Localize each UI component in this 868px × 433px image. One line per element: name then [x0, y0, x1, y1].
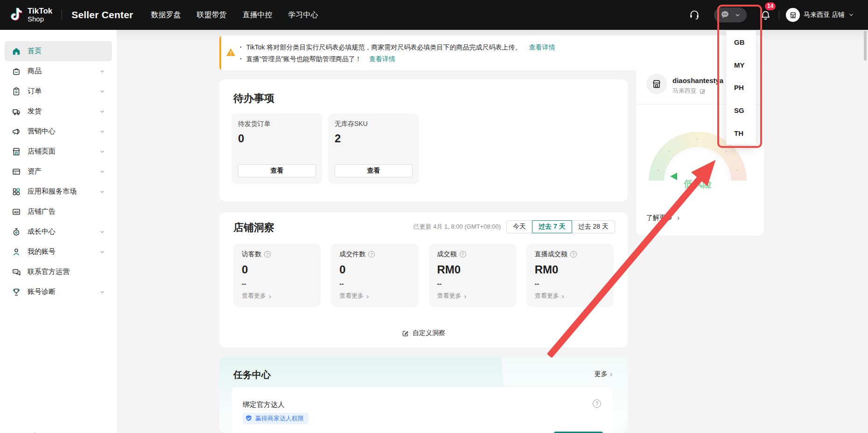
- sidebar-item-account-diagnosis[interactable]: 账号诊断: [5, 282, 112, 302]
- gauge-needle: [670, 173, 677, 180]
- shop-switcher[interactable]: 马来西亚 店铺: [786, 8, 854, 22]
- chevron-down-icon: [99, 108, 105, 115]
- question-icon[interactable]: [570, 251, 577, 258]
- sidebar-item-marketing[interactable]: 营销中心: [5, 121, 112, 141]
- view-button[interactable]: 查看: [335, 164, 413, 177]
- question-icon[interactable]: [368, 251, 375, 258]
- chevron-down-icon: [99, 229, 105, 235]
- sidebar-item-growth-center[interactable]: 成长中心: [5, 222, 112, 242]
- growth-medal-icon: [12, 227, 21, 237]
- language-option-gb[interactable]: GB: [726, 31, 756, 54]
- chevron-down-icon: [99, 189, 105, 195]
- notifications-button[interactable]: 14: [760, 9, 771, 21]
- chevron-down-icon: [99, 168, 105, 175]
- sidebar-item-shipping[interactable]: 发货: [5, 101, 112, 121]
- storefront-icon: [12, 147, 21, 156]
- wallet-card-icon: [12, 167, 21, 176]
- range-past-28-days[interactable]: 过去 28 天: [572, 220, 615, 233]
- top-nav: TikTok Shop Seller Center 数据罗盘 联盟带货 直播中控…: [0, 0, 868, 30]
- tiktok-shop-logo[interactable]: TikTok Shop: [10, 7, 52, 23]
- view-more-link[interactable]: 查看更多: [339, 292, 410, 300]
- range-today[interactable]: 今天: [506, 220, 532, 233]
- chevron-down-icon: [735, 12, 741, 18]
- task-benefit-tag[interactable]: 赢得商家达人权限: [243, 413, 308, 424]
- scrollbar[interactable]: [864, 31, 867, 61]
- shop-label: 马来西亚 店铺: [804, 11, 845, 19]
- sidebar-item-help-center[interactable]: ? 帮助中心: [9, 426, 107, 433]
- view-button[interactable]: 查看: [238, 164, 316, 177]
- chevron-down-icon: [99, 68, 105, 75]
- todo-tile-out-of-stock: 无库存SKU 2 查看: [328, 113, 419, 184]
- home-icon: [12, 47, 21, 56]
- insights-title: 店铺洞察: [233, 221, 274, 235]
- sidebar-item-shop-pages[interactable]: 店铺页面: [5, 141, 112, 161]
- sidebar-item-app-marketplace[interactable]: 应用和服务市场: [5, 182, 112, 202]
- tiktok-note-icon: [10, 7, 23, 23]
- banner-line-2: 直播“管理员”账号也能帮助管理商品了！ 查看详情: [240, 54, 555, 63]
- chevron-down-icon: [99, 249, 105, 255]
- chat-bubble-icon: [721, 10, 731, 20]
- sidebar: 首页 商品 订单 发货 营销中心: [0, 30, 117, 433]
- store-icon: [786, 8, 800, 22]
- sidebar-item-orders[interactable]: 订单: [5, 81, 112, 101]
- language-option-my[interactable]: MY: [726, 54, 756, 77]
- store-icon: [646, 74, 667, 94]
- metric-live-gmv: 直播成交额 RM0 -- 查看更多: [526, 244, 614, 307]
- apps-grid-icon: [12, 187, 21, 196]
- banner-link-1[interactable]: 查看详情: [529, 42, 555, 52]
- svg-text:AD: AD: [14, 210, 19, 214]
- nav-item-affiliate[interactable]: 联盟带货: [196, 10, 226, 20]
- language-option-sg[interactable]: SG: [726, 99, 756, 122]
- metric-items-sold: 成交件数 0 -- 查看更多: [331, 244, 418, 307]
- sidebar-item-products[interactable]: 商品: [5, 61, 112, 81]
- sidebar-item-home[interactable]: 首页: [5, 41, 112, 61]
- chevron-down-icon: [99, 88, 105, 95]
- sidebar-item-shop-ads[interactable]: AD 店铺广告: [5, 202, 112, 222]
- view-more-link[interactable]: 查看更多: [437, 292, 508, 300]
- warning-icon: [226, 48, 236, 58]
- more-link[interactable]: 更多: [595, 370, 612, 378]
- updated-timestamp: 已更新 4月 1, 8:00 (GMT+08:00): [413, 223, 501, 231]
- range-past-7-days[interactable]: 过去 7 天: [532, 220, 572, 233]
- nav-menu: 数据罗盘 联盟带货 直播中控 学习中心: [151, 10, 318, 20]
- task-item: 绑定官方达人 赢得商家达人权限: [232, 387, 612, 433]
- headset-icon[interactable]: [689, 9, 700, 21]
- task-center-card: 任务中心 更多 绑定官方达人 赢得商家达人权限: [219, 357, 628, 433]
- banner-link-2[interactable]: 查看详情: [369, 54, 395, 63]
- language-option-ph[interactable]: PH: [726, 77, 756, 99]
- question-icon[interactable]: [460, 251, 466, 258]
- view-more-link[interactable]: 查看更多: [535, 292, 605, 300]
- chevron-down-icon: [99, 128, 105, 135]
- shield-icon: [245, 415, 252, 422]
- date-range-switcher: 今天 过去 7 天 过去 28 天: [506, 220, 615, 233]
- sidebar-item-contact-ops[interactable]: 联系官方运营: [5, 262, 112, 282]
- product-bag-icon: [12, 67, 21, 76]
- task-center-title: 任务中心: [233, 369, 271, 381]
- logo-wordmark: TikTok Shop: [28, 7, 52, 23]
- chevron-down-icon: [99, 148, 105, 155]
- shop-insights-card: 店铺洞察 已更新 4月 1, 8:00 (GMT+08:00) 今天 过去 7 …: [219, 212, 628, 348]
- chevron-down-icon: [848, 12, 854, 18]
- chat-bubbles-icon: [12, 267, 21, 277]
- truck-icon: [12, 107, 21, 116]
- shop-region: 马来西亚: [672, 87, 706, 95]
- customize-insights-link[interactable]: 自定义洞察: [402, 329, 445, 337]
- ads-icon: AD: [12, 207, 21, 216]
- language-option-th[interactable]: TH: [726, 122, 756, 145]
- question-icon[interactable]: [264, 251, 271, 258]
- nav-item-live-console[interactable]: 直播中控: [242, 10, 272, 20]
- nav-item-learning-center[interactable]: 学习中心: [288, 10, 318, 20]
- sidebar-item-my-account[interactable]: 我的账号: [5, 242, 112, 262]
- language-selector-button[interactable]: [714, 7, 747, 22]
- question-icon[interactable]: [593, 399, 601, 408]
- view-more-link[interactable]: 查看更多: [242, 292, 312, 300]
- metric-visitors: 访客数 0 -- 查看更多: [233, 244, 321, 307]
- edit-square-icon: [402, 330, 409, 337]
- learn-more-link[interactable]: 了解更多: [646, 214, 679, 222]
- notification-badge: 14: [764, 1, 777, 11]
- chevron-down-icon: [99, 289, 105, 295]
- todo-tile-to-ship: 待发货订单 0 查看: [231, 113, 322, 184]
- edit-icon[interactable]: [700, 88, 706, 94]
- nav-item-data-compass[interactable]: 数据罗盘: [151, 10, 181, 20]
- sidebar-item-finance[interactable]: 资产: [5, 161, 112, 182]
